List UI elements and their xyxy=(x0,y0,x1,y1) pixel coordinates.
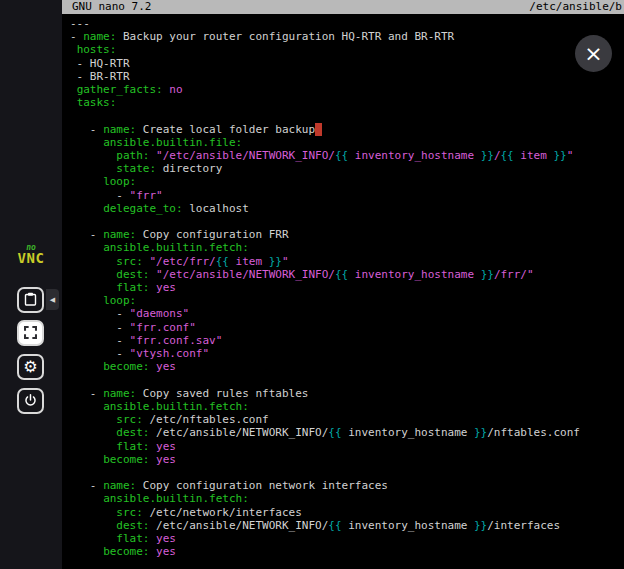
terminal-line: - BR-RTR xyxy=(70,70,624,83)
terminal-line: - name: Create local folder backup xyxy=(70,123,624,136)
terminal-line: - "frr.conf.sav" xyxy=(70,334,624,347)
terminal-line: gather_facts: no xyxy=(70,83,624,96)
terminal-line: dest: "/etc/ansible/NETWORK_INFO/{{ inve… xyxy=(70,268,624,281)
novnc-logo: no VNC xyxy=(0,242,62,264)
fullscreen-button[interactable] xyxy=(17,320,44,346)
terminal-line xyxy=(70,215,624,228)
terminal-line: - "vtysh.conf" xyxy=(70,347,624,360)
nano-version: GNU nano 7.2 xyxy=(72,0,151,14)
terminal-line: - name: Copy configuration FRR xyxy=(70,228,624,241)
clipboard-icon xyxy=(24,291,37,310)
close-button[interactable]: × xyxy=(575,35,612,72)
terminal-line: flat: yes xyxy=(70,440,624,453)
terminal-line: dest: /etc/ansible/NETWORK_INFO/{{ inven… xyxy=(70,426,624,439)
terminal-line: loop: xyxy=(70,294,624,307)
terminal-line: - "frr" xyxy=(70,189,624,202)
nano-filename: /etc/ansible/b xyxy=(529,0,622,14)
terminal-line: ansible.builtin.fetch: xyxy=(70,400,624,413)
nano-terminal[interactable]: GNU nano 7.2 /etc/ansible/b ---- name: B… xyxy=(62,0,624,569)
terminal-line: src: /etc/network/interfaces xyxy=(70,506,624,519)
terminal-content[interactable]: ---- name: Backup your router configurat… xyxy=(62,14,624,558)
vnc-sidebar: no VNC ⚙ ◀ xyxy=(0,0,62,569)
power-button[interactable] xyxy=(17,388,44,414)
terminal-line: - name: Copy saved rules nftables xyxy=(70,387,624,400)
terminal-line: ansible.builtin.fetch: xyxy=(70,492,624,505)
gear-icon: ⚙ xyxy=(23,359,37,375)
terminal-line: - "daemons" xyxy=(70,307,624,320)
terminal-line: --- xyxy=(70,17,624,30)
terminal-line xyxy=(70,373,624,386)
power-icon xyxy=(24,392,37,411)
terminal-line: ansible.builtin.file: xyxy=(70,136,624,149)
terminal-line: - name: Copy configuration network inter… xyxy=(70,479,624,492)
novnc-logo-text: VNC xyxy=(0,253,62,264)
clipboard-button[interactable] xyxy=(17,287,44,313)
terminal-line: - "frr.conf" xyxy=(70,321,624,334)
terminal-line: flat: yes xyxy=(70,532,624,545)
terminal-line: flat: yes xyxy=(70,281,624,294)
chevron-left-icon: ◀ xyxy=(50,296,55,304)
terminal-line: path: "/etc/ansible/NETWORK_INFO/{{ inve… xyxy=(70,149,624,162)
terminal-line: become: yes xyxy=(70,545,624,558)
terminal-line: become: yes xyxy=(70,360,624,373)
terminal-line: src: "/etc/frr/{{ item }}" xyxy=(70,255,624,268)
terminal-line: hosts: xyxy=(70,43,624,56)
terminal-line: dest: /etc/ansible/NETWORK_INFO/{{ inven… xyxy=(70,519,624,532)
nano-titlebar: GNU nano 7.2 /etc/ansible/b xyxy=(62,0,624,14)
terminal-line: - name: Backup your router configuration… xyxy=(70,30,624,43)
terminal-line: delegate_to: localhost xyxy=(70,202,624,215)
terminal-line: loop: xyxy=(70,175,624,188)
terminal-line: tasks: xyxy=(70,96,624,109)
terminal-line xyxy=(70,109,624,122)
terminal-line: src: /etc/nftables.conf xyxy=(70,413,624,426)
terminal-line: - HQ-RTR xyxy=(70,57,624,70)
terminal-line: ansible.builtin.fetch: xyxy=(70,241,624,254)
terminal-line: become: yes xyxy=(70,453,624,466)
terminal-line: state: directory xyxy=(70,162,624,175)
settings-button[interactable]: ⚙ xyxy=(17,354,44,380)
terminal-line xyxy=(70,466,624,479)
sidebar-collapse-handle[interactable]: ◀ xyxy=(46,289,59,310)
close-icon: × xyxy=(584,43,602,65)
fullscreen-icon xyxy=(24,324,37,343)
